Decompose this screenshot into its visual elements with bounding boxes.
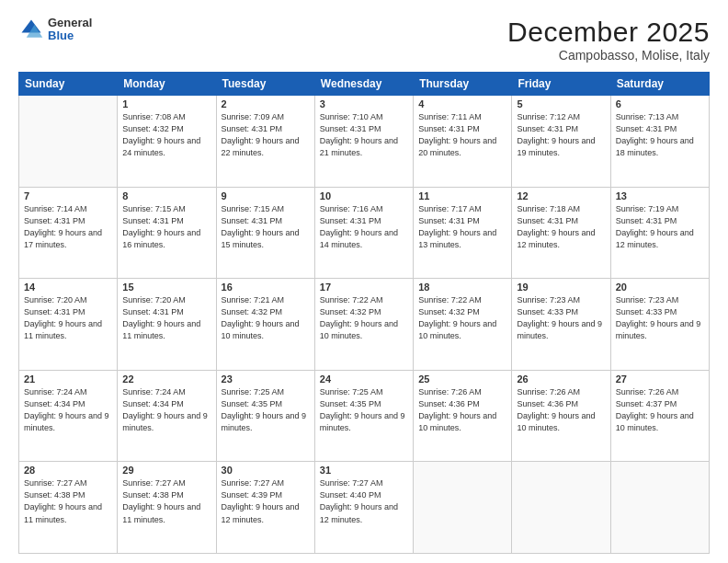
- calendar-cell: [512, 462, 610, 554]
- day-header: Friday: [512, 73, 610, 96]
- day-number: 15: [122, 282, 210, 293]
- calendar-cell: 5 Sunrise: 7:12 AMSunset: 4:31 PMDayligh…: [512, 96, 610, 188]
- day-number: 2: [222, 98, 310, 109]
- day-number: 8: [122, 190, 210, 201]
- day-number: 5: [517, 98, 605, 109]
- calendar-cell: 8 Sunrise: 7:15 AMSunset: 4:31 PMDayligh…: [118, 187, 216, 279]
- day-number: 10: [320, 190, 408, 201]
- calendar-cell: 13 Sunrise: 7:19 AMSunset: 4:31 PMDaylig…: [610, 187, 709, 279]
- logo-icon: [18, 17, 44, 42]
- day-number: 22: [122, 373, 210, 385]
- subtitle: Campobasso, Molise, Italy: [507, 48, 710, 63]
- day-number: 18: [418, 282, 506, 293]
- calendar-cell: 3 Sunrise: 7:10 AMSunset: 4:31 PMDayligh…: [314, 96, 413, 188]
- day-info: Sunrise: 7:25 AMSunset: 4:35 PMDaylight:…: [320, 386, 408, 434]
- logo-blue: Blue: [48, 29, 92, 42]
- calendar-cell: 18 Sunrise: 7:22 AMSunset: 4:32 PMDaylig…: [414, 279, 512, 371]
- day-info: Sunrise: 7:25 AMSunset: 4:35 PMDaylight:…: [222, 386, 310, 434]
- day-info: Sunrise: 7:11 AMSunset: 4:31 PMDaylight:…: [418, 111, 506, 159]
- day-info: Sunrise: 7:26 AMSunset: 4:37 PMDaylight:…: [616, 386, 704, 434]
- day-number: 21: [24, 373, 112, 385]
- calendar-cell: 4 Sunrise: 7:11 AMSunset: 4:31 PMDayligh…: [414, 96, 512, 188]
- calendar-cell: 19 Sunrise: 7:23 AMSunset: 4:33 PMDaylig…: [512, 279, 610, 371]
- day-info: Sunrise: 7:21 AMSunset: 4:32 PMDaylight:…: [222, 294, 310, 342]
- calendar-cell: 14 Sunrise: 7:20 AMSunset: 4:31 PMDaylig…: [19, 279, 118, 371]
- day-info: Sunrise: 7:26 AMSunset: 4:36 PMDaylight:…: [517, 386, 605, 434]
- calendar-cell: [610, 462, 709, 554]
- day-info: Sunrise: 7:24 AMSunset: 4:34 PMDaylight:…: [122, 386, 210, 434]
- day-info: Sunrise: 7:15 AMSunset: 4:31 PMDaylight:…: [222, 203, 310, 251]
- day-header: Thursday: [414, 73, 512, 96]
- day-header: Wednesday: [314, 73, 413, 96]
- day-info: Sunrise: 7:14 AMSunset: 4:31 PMDaylight:…: [24, 203, 112, 251]
- day-number: 30: [222, 465, 310, 476]
- day-info: Sunrise: 7:09 AMSunset: 4:31 PMDaylight:…: [222, 111, 310, 159]
- day-info: Sunrise: 7:26 AMSunset: 4:36 PMDaylight:…: [418, 386, 506, 434]
- day-info: Sunrise: 7:27 AMSunset: 4:38 PMDaylight:…: [122, 477, 210, 525]
- calendar-cell: 21 Sunrise: 7:24 AMSunset: 4:34 PMDaylig…: [19, 370, 118, 462]
- day-number: 11: [418, 190, 506, 201]
- calendar-week-row: 21 Sunrise: 7:24 AMSunset: 4:34 PMDaylig…: [19, 370, 710, 462]
- day-info: Sunrise: 7:22 AMSunset: 4:32 PMDaylight:…: [320, 294, 408, 342]
- calendar-cell: 2 Sunrise: 7:09 AMSunset: 4:31 PMDayligh…: [216, 96, 314, 188]
- title-block: December 2025 Campobasso, Molise, Italy: [507, 17, 710, 63]
- day-number: 24: [320, 373, 408, 385]
- day-number: 16: [222, 282, 310, 293]
- day-number: 7: [24, 190, 112, 201]
- day-number: 31: [320, 465, 408, 476]
- page: General Blue December 2025 Campobasso, M…: [0, 0, 728, 563]
- day-info: Sunrise: 7:20 AMSunset: 4:31 PMDaylight:…: [24, 294, 112, 342]
- day-number: 27: [616, 373, 704, 385]
- day-info: Sunrise: 7:16 AMSunset: 4:31 PMDaylight:…: [320, 203, 408, 251]
- month-title: December 2025: [507, 17, 710, 48]
- calendar-cell: 10 Sunrise: 7:16 AMSunset: 4:31 PMDaylig…: [314, 187, 413, 279]
- calendar-cell: [414, 462, 512, 554]
- day-header: Tuesday: [216, 73, 314, 96]
- day-number: 9: [222, 190, 310, 201]
- day-number: 26: [517, 373, 605, 385]
- day-info: Sunrise: 7:23 AMSunset: 4:33 PMDaylight:…: [616, 294, 704, 342]
- day-info: Sunrise: 7:15 AMSunset: 4:31 PMDaylight:…: [122, 203, 210, 251]
- day-number: 28: [24, 465, 112, 476]
- day-info: Sunrise: 7:08 AMSunset: 4:32 PMDaylight:…: [122, 111, 210, 159]
- day-number: 19: [517, 282, 605, 293]
- header-row: SundayMondayTuesdayWednesdayThursdayFrid…: [19, 73, 710, 96]
- day-number: 20: [616, 282, 704, 293]
- calendar-cell: 29 Sunrise: 7:27 AMSunset: 4:38 PMDaylig…: [118, 462, 216, 554]
- calendar-week-row: 7 Sunrise: 7:14 AMSunset: 4:31 PMDayligh…: [19, 187, 710, 279]
- calendar-week-row: 1 Sunrise: 7:08 AMSunset: 4:32 PMDayligh…: [19, 96, 710, 188]
- day-info: Sunrise: 7:10 AMSunset: 4:31 PMDaylight:…: [320, 111, 408, 159]
- calendar-cell: 22 Sunrise: 7:24 AMSunset: 4:34 PMDaylig…: [118, 370, 216, 462]
- calendar-table: SundayMondayTuesdayWednesdayThursdayFrid…: [18, 72, 710, 554]
- calendar-cell: 26 Sunrise: 7:26 AMSunset: 4:36 PMDaylig…: [512, 370, 610, 462]
- day-number: 14: [24, 282, 112, 293]
- logo: General Blue: [18, 17, 92, 43]
- day-info: Sunrise: 7:19 AMSunset: 4:31 PMDaylight:…: [616, 203, 704, 251]
- calendar-cell: 11 Sunrise: 7:17 AMSunset: 4:31 PMDaylig…: [414, 187, 512, 279]
- calendar-cell: [19, 96, 118, 188]
- calendar-cell: 30 Sunrise: 7:27 AMSunset: 4:39 PMDaylig…: [216, 462, 314, 554]
- header: General Blue December 2025 Campobasso, M…: [18, 17, 710, 63]
- day-header: Monday: [118, 73, 216, 96]
- day-info: Sunrise: 7:13 AMSunset: 4:31 PMDaylight:…: [616, 111, 704, 159]
- calendar-cell: 27 Sunrise: 7:26 AMSunset: 4:37 PMDaylig…: [610, 370, 709, 462]
- logo-general: General: [48, 17, 92, 29]
- day-number: 17: [320, 282, 408, 293]
- calendar-cell: 24 Sunrise: 7:25 AMSunset: 4:35 PMDaylig…: [314, 370, 413, 462]
- calendar-cell: 20 Sunrise: 7:23 AMSunset: 4:33 PMDaylig…: [610, 279, 709, 371]
- calendar-cell: 17 Sunrise: 7:22 AMSunset: 4:32 PMDaylig…: [314, 279, 413, 371]
- calendar-week-row: 14 Sunrise: 7:20 AMSunset: 4:31 PMDaylig…: [19, 279, 710, 371]
- day-info: Sunrise: 7:17 AMSunset: 4:31 PMDaylight:…: [418, 203, 506, 251]
- day-number: 3: [320, 98, 408, 109]
- calendar-cell: 7 Sunrise: 7:14 AMSunset: 4:31 PMDayligh…: [19, 187, 118, 279]
- calendar-cell: 16 Sunrise: 7:21 AMSunset: 4:32 PMDaylig…: [216, 279, 314, 371]
- day-info: Sunrise: 7:27 AMSunset: 4:40 PMDaylight:…: [320, 477, 408, 525]
- day-number: 6: [616, 98, 704, 109]
- calendar-cell: 9 Sunrise: 7:15 AMSunset: 4:31 PMDayligh…: [216, 187, 314, 279]
- day-info: Sunrise: 7:27 AMSunset: 4:39 PMDaylight:…: [222, 477, 310, 525]
- day-info: Sunrise: 7:23 AMSunset: 4:33 PMDaylight:…: [517, 294, 605, 342]
- calendar-cell: 15 Sunrise: 7:20 AMSunset: 4:31 PMDaylig…: [118, 279, 216, 371]
- day-number: 13: [616, 190, 704, 201]
- day-info: Sunrise: 7:24 AMSunset: 4:34 PMDaylight:…: [24, 386, 112, 434]
- calendar-cell: 25 Sunrise: 7:26 AMSunset: 4:36 PMDaylig…: [414, 370, 512, 462]
